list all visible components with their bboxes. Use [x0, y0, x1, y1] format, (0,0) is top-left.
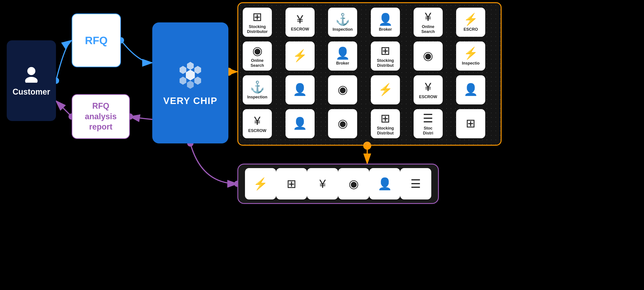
- customer-card: Customer: [7, 40, 56, 121]
- yen-icon-2: ¥: [425, 10, 431, 24]
- customer-label: Customer: [12, 87, 50, 97]
- supplier-nav-4: ◉: [328, 109, 357, 138]
- rfq-card: RFQ: [72, 14, 121, 67]
- person-icon-4: 👤: [464, 83, 478, 96]
- customer-icon: [22, 65, 40, 83]
- nav-icon-bottom: ◉: [349, 177, 359, 190]
- svg-marker-19: [194, 77, 201, 85]
- bottom-icons-row: ⚡ ⊞ ¥ ◉ 👤 ☰: [237, 164, 439, 204]
- svg-point-15: [25, 77, 38, 83]
- dashboard-icon-2: ⊞: [380, 44, 390, 57]
- supplier-escrow-3: ¥ ESCROW: [243, 109, 272, 138]
- inspect-icon-2: ⚓: [250, 80, 265, 94]
- suppliers-grid: ⊞ StockingDistributor ¥ ESCROW ⚓ Inspect…: [237, 2, 502, 146]
- person-icon-3: 👤: [293, 83, 307, 96]
- plug-icon: ⚡: [464, 13, 478, 26]
- supplier-escrow-yen-1: ¥ ESCROW: [286, 8, 314, 37]
- verychip-card: VERY CHIP: [152, 23, 228, 143]
- bottom-dashboard-icon: ⊞: [276, 168, 307, 199]
- rfq-report-card: RFQ analysis report: [72, 94, 130, 139]
- supplier-nav-2: ◉: [414, 42, 443, 71]
- plug-icon-bottom: ⚡: [253, 177, 268, 191]
- person-icon-bottom: 👤: [378, 177, 392, 191]
- inspect-icon: ⚓: [336, 13, 350, 26]
- supplier-inspection-1: ⚓ Inspection: [328, 8, 357, 37]
- person-icon-5: 👤: [293, 117, 307, 130]
- supplier-plug-2: ⚡: [286, 42, 314, 71]
- person-icon-2: 👤: [336, 46, 350, 60]
- dashboard-icon-3: ⊞: [380, 112, 390, 125]
- yen-icon-4: ¥: [254, 114, 261, 128]
- svg-marker-20: [187, 81, 194, 89]
- yen-icon-bottom: ¥: [319, 177, 326, 190]
- supplier-online-search-yen: ¥ OnlineSearch: [414, 8, 443, 37]
- plug-icon-4: ⚡: [378, 83, 393, 96]
- svg-point-14: [27, 67, 36, 75]
- rfq-label: RFQ: [85, 34, 108, 47]
- supplier-person-5: 👤: [286, 109, 314, 138]
- svg-marker-21: [180, 77, 186, 85]
- bottom-person-icon: 👤: [369, 168, 400, 199]
- svg-marker-22: [180, 66, 186, 74]
- nav-icon-2: ◉: [423, 49, 433, 62]
- rfq-report-label: RFQ analysis report: [77, 101, 125, 132]
- supplier-broker-1: 👤 Broker: [371, 8, 400, 37]
- plug-icon-2: ⚡: [293, 49, 307, 63]
- svg-marker-17: [187, 62, 194, 70]
- dashboard-icon: ⊞: [252, 10, 262, 24]
- svg-marker-16: [186, 70, 195, 81]
- verychip-logo-icon: [175, 60, 206, 91]
- supplier-online-search-nav: ◉ OnlineSearch: [243, 42, 272, 71]
- supplier-stocking-2: ⊞ StockingDistribut: [371, 42, 400, 71]
- nav-icon-3: ◉: [338, 83, 348, 96]
- bottom-yen-icon: ¥: [307, 168, 338, 199]
- supplier-extra: ⊞: [456, 109, 485, 138]
- supplier-person-4: 👤: [456, 75, 485, 104]
- yen-icon: ¥: [297, 13, 303, 26]
- nav-icon-4: ◉: [338, 117, 348, 130]
- supplier-list-1: ☰ StocDistri: [414, 109, 443, 138]
- supplier-broker-2: 👤 Broker: [328, 42, 357, 71]
- svg-marker-18: [194, 66, 201, 74]
- plug-icon-3: ⚡: [464, 46, 478, 60]
- verychip-label: VERY CHIP: [163, 96, 218, 106]
- nav-icon: ◉: [252, 44, 262, 57]
- bottom-list-icon: ☰: [400, 168, 431, 199]
- supplier-plug-3: ⚡: [371, 75, 400, 104]
- person-icon: 👤: [378, 13, 393, 26]
- dashboard-icon-4: ⊞: [466, 117, 476, 130]
- supplier-inspection-2: ⚓ Inspection: [243, 75, 272, 104]
- supplier-stocking-1: ⊞ StockingDistributor: [243, 8, 272, 37]
- yen-icon-3: ¥: [425, 80, 431, 94]
- list-icon: ☰: [423, 112, 433, 125]
- bottom-plug-icon: ⚡: [245, 168, 276, 199]
- supplier-stocking-3: ⊞ StockingDistribut: [371, 109, 400, 138]
- supplier-escro-plug: ⚡ ESCRO: [456, 8, 485, 37]
- supplier-nav-3: ◉: [328, 75, 357, 104]
- list-icon-bottom: ☰: [410, 177, 421, 190]
- dashboard-icon-bottom: ⊞: [286, 177, 296, 190]
- bottom-nav-icon: ◉: [338, 168, 369, 199]
- supplier-person-3: 👤: [286, 75, 314, 104]
- supplier-escrow-yen-2: ¥ ESCROW: [414, 75, 443, 104]
- supplier-inspect-plug: ⚡ Inspectio: [456, 42, 485, 71]
